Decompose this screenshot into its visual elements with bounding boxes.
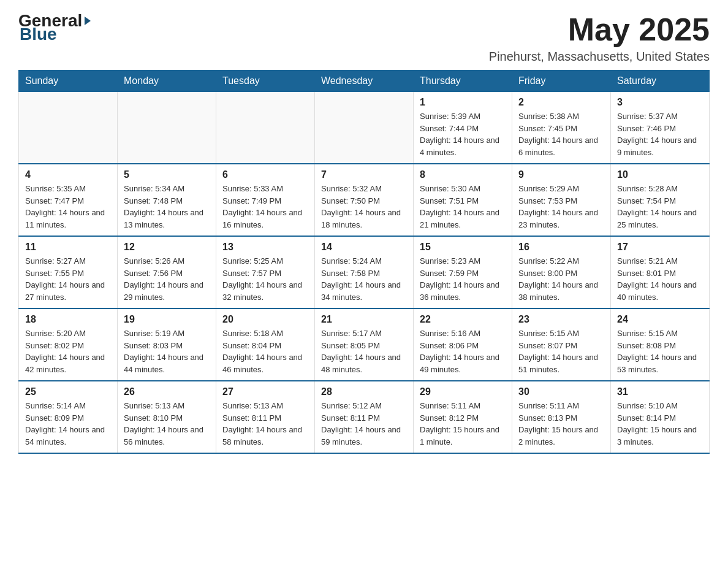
day-info: Sunrise: 5:12 AM Sunset: 8:11 PM Dayligh… xyxy=(321,400,407,448)
day-info: Sunrise: 5:10 AM Sunset: 8:14 PM Dayligh… xyxy=(617,400,703,448)
day-number: 18 xyxy=(25,314,111,325)
title-area: May 2025 Pinehurst, Massachusetts, Unite… xyxy=(489,12,710,64)
logo: General Blue xyxy=(18,12,93,44)
day-number: 31 xyxy=(617,386,703,397)
day-info: Sunrise: 5:34 AM Sunset: 7:48 PM Dayligh… xyxy=(124,183,210,231)
day-number: 7 xyxy=(321,169,407,180)
day-info: Sunrise: 5:39 AM Sunset: 7:44 PM Dayligh… xyxy=(420,110,506,158)
calendar-day-5: 5Sunrise: 5:34 AM Sunset: 7:48 PM Daylig… xyxy=(118,164,216,236)
calendar-day-19: 19Sunrise: 5:19 AM Sunset: 8:03 PM Dayli… xyxy=(118,308,216,381)
day-number: 3 xyxy=(617,97,703,108)
calendar-day-10: 10Sunrise: 5:28 AM Sunset: 7:54 PM Dayli… xyxy=(611,164,710,236)
day-number: 11 xyxy=(25,242,111,253)
logo-blue-text: Blue xyxy=(20,25,57,44)
calendar-day-8: 8Sunrise: 5:30 AM Sunset: 7:51 PM Daylig… xyxy=(414,164,512,236)
calendar-day-13: 13Sunrise: 5:25 AM Sunset: 7:57 PM Dayli… xyxy=(216,236,315,308)
empty-cell xyxy=(19,92,118,164)
day-info: Sunrise: 5:33 AM Sunset: 7:49 PM Dayligh… xyxy=(222,183,308,231)
calendar-title: May 2025 xyxy=(489,12,710,47)
day-number: 22 xyxy=(420,314,506,325)
day-info: Sunrise: 5:26 AM Sunset: 7:56 PM Dayligh… xyxy=(124,255,210,303)
empty-cell xyxy=(216,92,315,164)
calendar-location: Pinehurst, Massachusetts, United States xyxy=(489,50,710,64)
day-info: Sunrise: 5:16 AM Sunset: 8:06 PM Dayligh… xyxy=(420,327,506,375)
day-info: Sunrise: 5:11 AM Sunset: 8:13 PM Dayligh… xyxy=(518,400,604,448)
day-info: Sunrise: 5:11 AM Sunset: 8:12 PM Dayligh… xyxy=(420,400,506,448)
day-number: 8 xyxy=(420,169,506,180)
calendar-week-row: 4Sunrise: 5:35 AM Sunset: 7:47 PM Daylig… xyxy=(19,164,710,236)
calendar-day-23: 23Sunrise: 5:15 AM Sunset: 8:07 PM Dayli… xyxy=(512,308,611,381)
header-day-tuesday: Tuesday xyxy=(216,71,315,92)
calendar-week-row: 18Sunrise: 5:20 AM Sunset: 8:02 PM Dayli… xyxy=(19,308,710,381)
day-number: 9 xyxy=(518,169,604,180)
calendar-day-7: 7Sunrise: 5:32 AM Sunset: 7:50 PM Daylig… xyxy=(315,164,414,236)
day-info: Sunrise: 5:13 AM Sunset: 8:11 PM Dayligh… xyxy=(222,400,308,448)
day-info: Sunrise: 5:14 AM Sunset: 8:09 PM Dayligh… xyxy=(25,400,111,448)
calendar-header-row: SundayMondayTuesdayWednesdayThursdayFrid… xyxy=(19,71,710,92)
day-number: 20 xyxy=(222,314,308,325)
calendar-day-2: 2Sunrise: 5:38 AM Sunset: 7:45 PM Daylig… xyxy=(512,92,611,164)
calendar-week-row: 11Sunrise: 5:27 AM Sunset: 7:55 PM Dayli… xyxy=(19,236,710,308)
calendar-day-30: 30Sunrise: 5:11 AM Sunset: 8:13 PM Dayli… xyxy=(512,381,611,453)
header-day-saturday: Saturday xyxy=(611,71,710,92)
calendar-day-14: 14Sunrise: 5:24 AM Sunset: 7:58 PM Dayli… xyxy=(315,236,414,308)
header-day-monday: Monday xyxy=(118,71,216,92)
day-number: 1 xyxy=(420,97,506,108)
day-info: Sunrise: 5:15 AM Sunset: 8:07 PM Dayligh… xyxy=(518,327,604,375)
logo-arrow-icon xyxy=(82,15,93,26)
day-info: Sunrise: 5:22 AM Sunset: 8:00 PM Dayligh… xyxy=(518,255,604,303)
calendar-day-28: 28Sunrise: 5:12 AM Sunset: 8:11 PM Dayli… xyxy=(315,381,414,453)
day-info: Sunrise: 5:29 AM Sunset: 7:53 PM Dayligh… xyxy=(518,183,604,231)
day-number: 2 xyxy=(518,97,604,108)
day-info: Sunrise: 5:15 AM Sunset: 8:08 PM Dayligh… xyxy=(617,327,703,375)
calendar-day-16: 16Sunrise: 5:22 AM Sunset: 8:00 PM Dayli… xyxy=(512,236,611,308)
calendar-day-9: 9Sunrise: 5:29 AM Sunset: 7:53 PM Daylig… xyxy=(512,164,611,236)
day-info: Sunrise: 5:27 AM Sunset: 7:55 PM Dayligh… xyxy=(25,255,111,303)
day-info: Sunrise: 5:25 AM Sunset: 7:57 PM Dayligh… xyxy=(222,255,308,303)
page-header: General Blue May 2025 Pinehurst, Massach… xyxy=(18,12,710,64)
header-day-friday: Friday xyxy=(512,71,611,92)
header-day-sunday: Sunday xyxy=(19,71,118,92)
empty-cell xyxy=(315,92,414,164)
day-info: Sunrise: 5:21 AM Sunset: 8:01 PM Dayligh… xyxy=(617,255,703,303)
day-info: Sunrise: 5:38 AM Sunset: 7:45 PM Dayligh… xyxy=(518,110,604,158)
day-info: Sunrise: 5:17 AM Sunset: 8:05 PM Dayligh… xyxy=(321,327,407,375)
day-info: Sunrise: 5:24 AM Sunset: 7:58 PM Dayligh… xyxy=(321,255,407,303)
calendar-day-3: 3Sunrise: 5:37 AM Sunset: 7:46 PM Daylig… xyxy=(611,92,710,164)
day-number: 28 xyxy=(321,386,407,397)
day-number: 16 xyxy=(518,242,604,253)
calendar-day-18: 18Sunrise: 5:20 AM Sunset: 8:02 PM Dayli… xyxy=(19,308,118,381)
calendar-day-6: 6Sunrise: 5:33 AM Sunset: 7:49 PM Daylig… xyxy=(216,164,315,236)
day-number: 13 xyxy=(222,242,308,253)
day-info: Sunrise: 5:19 AM Sunset: 8:03 PM Dayligh… xyxy=(124,327,210,375)
calendar-day-12: 12Sunrise: 5:26 AM Sunset: 7:56 PM Dayli… xyxy=(118,236,216,308)
header-day-wednesday: Wednesday xyxy=(315,71,414,92)
calendar-day-22: 22Sunrise: 5:16 AM Sunset: 8:06 PM Dayli… xyxy=(414,308,512,381)
calendar-day-17: 17Sunrise: 5:21 AM Sunset: 8:01 PM Dayli… xyxy=(611,236,710,308)
day-info: Sunrise: 5:13 AM Sunset: 8:10 PM Dayligh… xyxy=(124,400,210,448)
day-number: 14 xyxy=(321,242,407,253)
calendar-day-21: 21Sunrise: 5:17 AM Sunset: 8:05 PM Dayli… xyxy=(315,308,414,381)
day-info: Sunrise: 5:37 AM Sunset: 7:46 PM Dayligh… xyxy=(617,110,703,158)
day-info: Sunrise: 5:23 AM Sunset: 7:59 PM Dayligh… xyxy=(420,255,506,303)
day-number: 23 xyxy=(518,314,604,325)
day-info: Sunrise: 5:30 AM Sunset: 7:51 PM Dayligh… xyxy=(420,183,506,231)
calendar-day-27: 27Sunrise: 5:13 AM Sunset: 8:11 PM Dayli… xyxy=(216,381,315,453)
calendar-week-row: 25Sunrise: 5:14 AM Sunset: 8:09 PM Dayli… xyxy=(19,381,710,453)
day-number: 24 xyxy=(617,314,703,325)
day-number: 5 xyxy=(124,169,210,180)
calendar-day-20: 20Sunrise: 5:18 AM Sunset: 8:04 PM Dayli… xyxy=(216,308,315,381)
day-number: 12 xyxy=(124,242,210,253)
day-info: Sunrise: 5:32 AM Sunset: 7:50 PM Dayligh… xyxy=(321,183,407,231)
day-number: 26 xyxy=(124,386,210,397)
day-number: 10 xyxy=(617,169,703,180)
calendar-day-31: 31Sunrise: 5:10 AM Sunset: 8:14 PM Dayli… xyxy=(611,381,710,453)
day-info: Sunrise: 5:28 AM Sunset: 7:54 PM Dayligh… xyxy=(617,183,703,231)
calendar-table: SundayMondayTuesdayWednesdayThursdayFrid… xyxy=(18,70,710,454)
calendar-day-25: 25Sunrise: 5:14 AM Sunset: 8:09 PM Dayli… xyxy=(19,381,118,453)
day-info: Sunrise: 5:18 AM Sunset: 8:04 PM Dayligh… xyxy=(222,327,308,375)
calendar-day-11: 11Sunrise: 5:27 AM Sunset: 7:55 PM Dayli… xyxy=(19,236,118,308)
calendar-week-row: 1Sunrise: 5:39 AM Sunset: 7:44 PM Daylig… xyxy=(19,92,710,164)
day-number: 15 xyxy=(420,242,506,253)
day-number: 4 xyxy=(25,169,111,180)
